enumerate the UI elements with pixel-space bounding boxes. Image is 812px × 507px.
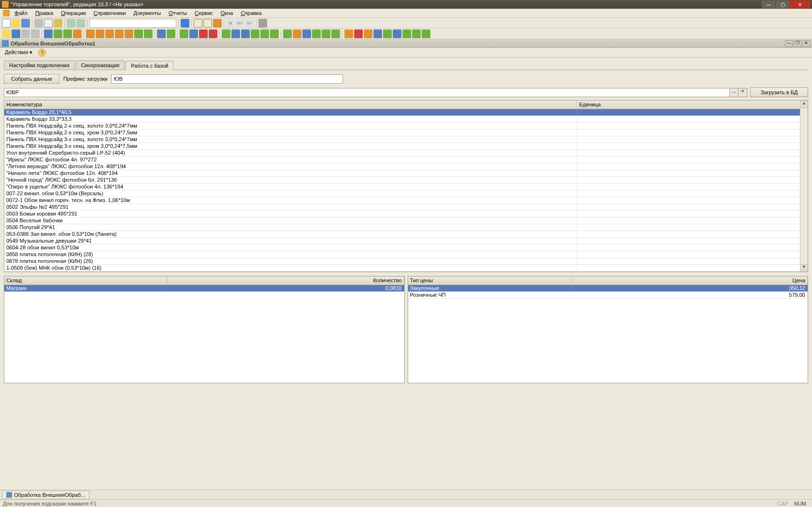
menu-7[interactable]: Окна [217, 9, 237, 17]
menu-6[interactable]: Сервис [191, 9, 217, 17]
t2-icon-27[interactable] [270, 29, 279, 38]
t2-icon-18[interactable] [180, 29, 188, 38]
menu-3[interactable]: Справочники [90, 9, 130, 17]
t2-icon-29[interactable] [293, 29, 301, 38]
t2-icon-20[interactable] [199, 29, 208, 38]
table-row[interactable]: Карамель Бордо 33,3*33,3 [4, 116, 808, 123]
table-row[interactable]: 1-0509 (беж) МНК обои (0,53*10м) (16) [4, 265, 808, 272]
table-row[interactable]: "Летняя веранда" ЛЮКС фотообои 12л. 408*… [4, 163, 808, 170]
prefix-input[interactable] [111, 74, 343, 84]
table-row[interactable]: 0604-28 обои винил 0,53*10м [4, 245, 808, 251]
open-icon[interactable] [12, 19, 20, 28]
t2-icon-42[interactable] [422, 29, 430, 38]
t2-icon-9[interactable] [86, 29, 95, 38]
t2-icon-31[interactable] [312, 29, 321, 38]
t2-icon-2[interactable] [12, 29, 20, 38]
t2-icon-7[interactable] [63, 29, 72, 38]
nomenclature-body[interactable]: Карамель Бордо 20,1*40,5Карамель Бордо 3… [4, 109, 808, 272]
redo-icon[interactable] [76, 19, 85, 28]
t2-icon-21[interactable] [209, 29, 217, 38]
m-icon[interactable]: M [226, 19, 235, 28]
t2-icon-39[interactable] [393, 29, 401, 38]
cut-icon[interactable] [34, 19, 43, 28]
tool-icon[interactable] [213, 19, 222, 28]
group-input[interactable] [4, 88, 730, 97]
maximize-button[interactable]: ▢ [776, 0, 789, 8]
group-clear-button[interactable]: × [739, 88, 747, 97]
calendar-icon[interactable] [194, 19, 202, 28]
t2-icon-23[interactable] [231, 29, 240, 38]
t2-icon-13[interactable] [125, 29, 133, 38]
paste-icon[interactable] [54, 19, 62, 28]
table-row[interactable]: Панель ПВХ Нордсайд 2-х секц. золото 3,0… [4, 123, 808, 130]
brush-icon[interactable] [258, 19, 267, 28]
t2-icon-38[interactable] [383, 29, 392, 38]
t2-icon-40[interactable] [402, 29, 411, 38]
t2-icon-8[interactable] [73, 29, 82, 38]
subwin-restore[interactable]: ❐ [794, 40, 801, 47]
scroll-up-icon[interactable]: ▲ [800, 101, 808, 108]
t2-icon-11[interactable] [105, 29, 114, 38]
t2-icon-17[interactable] [167, 29, 175, 38]
menu-5[interactable]: Отчеты [165, 9, 191, 17]
vertical-scrollbar[interactable]: ▲ ▼ [800, 101, 808, 272]
help-icon[interactable]: ? [38, 49, 46, 57]
th-pricetype[interactable]: Тип цены [408, 276, 571, 285]
menu-2[interactable]: Операции [57, 9, 89, 17]
table-row[interactable]: 0503 Божьи коровки 495*291 [4, 211, 808, 217]
t2-icon-37[interactable] [373, 29, 382, 38]
th-unit[interactable]: Единица [577, 101, 808, 109]
table-row[interactable]: Угол внутренний Серебристо-серый LP-52 (… [4, 150, 808, 157]
search-combo[interactable] [89, 19, 176, 28]
t2-icon-12[interactable] [115, 29, 124, 38]
t2-icon-4[interactable] [31, 29, 40, 38]
copy-icon[interactable] [44, 19, 53, 28]
t2-icon-1[interactable] [2, 29, 11, 38]
table-row[interactable]: Магазин0,0810 [4, 285, 404, 292]
table-row[interactable]: 053-0388 Зая винил. обои 0,53*10м (Ланит… [4, 231, 808, 238]
subwin-close[interactable]: ✕ [802, 40, 810, 47]
taskbar-item[interactable]: Обработка ВнешняяОбраб... [2, 491, 89, 499]
actions-menu[interactable]: Действия ▾ [3, 49, 34, 56]
table-row[interactable]: Розничные ЧП579,00 [408, 292, 808, 299]
table-row[interactable]: Карамель Бордо 20,1*40,5 [4, 109, 808, 116]
menu-8[interactable]: Справка [237, 9, 265, 17]
table-row[interactable]: 0549 Музыкальные девушки 29*41 [4, 238, 808, 245]
table-row[interactable]: "Начало лета" ЛЮКС фотообои 12л. 408*194 [4, 170, 808, 177]
new-icon[interactable] [2, 19, 11, 28]
save-icon[interactable] [21, 19, 30, 28]
th-nomenclature[interactable]: Номенклатура [4, 101, 577, 109]
m-plus-icon[interactable]: M+ [236, 19, 244, 28]
tab-0[interactable]: Настройки подключения [4, 60, 75, 70]
t2-icon-41[interactable] [412, 29, 421, 38]
price-body[interactable]: Закупочные350,12Розничные ЧП579,00 [408, 285, 808, 383]
table-row[interactable]: 0506 Попугай 29*41 [4, 224, 808, 231]
t2-icon-28[interactable] [283, 29, 292, 38]
table-row[interactable]: 0072-1 Обои винил горяч. тесн. на Флиз. … [4, 197, 808, 204]
t2-icon-24[interactable] [241, 29, 250, 38]
t2-icon-3[interactable] [21, 29, 30, 38]
table-row[interactable]: Панель ПВХ Нордсайд 3-х секц. золото 3,0… [4, 136, 808, 143]
table-row[interactable]: 0504 Веселые бабочки [4, 217, 808, 224]
collect-data-button[interactable]: Собрать данные [4, 74, 59, 84]
t2-icon-5[interactable] [44, 29, 53, 38]
table-row[interactable]: "Ирисы" ЛЮКС фотообои 4л. 97*272 [4, 157, 808, 163]
load-db-button[interactable]: Загрузить в БД [750, 87, 808, 97]
table-row[interactable]: Панель ПВХ Нордсайд 2-х секц. хром 3,0*0… [4, 130, 808, 136]
th-quantity[interactable]: Количество [168, 276, 404, 285]
info-icon[interactable] [181, 19, 189, 28]
t2-icon-22[interactable] [222, 29, 230, 38]
table-row[interactable]: 0878 плитка потолочная (КИН) (26) [4, 258, 808, 265]
table-row[interactable]: 0858 плитка потолочная (КИН) (28) [4, 251, 808, 258]
table-row[interactable]: "Ночной город" ЛЮКС фотообои 6л. 291*136 [4, 177, 808, 184]
t2-icon-30[interactable] [302, 29, 311, 38]
table-row[interactable]: "Озеро в ущелье" ЛЮКС фотообои 4л. 136*1… [4, 184, 808, 190]
table-row[interactable]: Панель ПВХ Нордсайд 3-х секц. хром 3,0*0… [4, 143, 808, 150]
t2-icon-34[interactable] [344, 29, 353, 38]
t2-icon-32[interactable] [322, 29, 330, 38]
t2-icon-6[interactable] [54, 29, 62, 38]
minimize-button[interactable]: — [762, 0, 775, 8]
table-row[interactable]: 0502 Эльфы №2 495*291 [4, 204, 808, 211]
calendar2-icon[interactable] [203, 19, 212, 28]
table-row[interactable]: 007-22 винил. обои 0,53*10м (Версаль) [4, 190, 808, 197]
